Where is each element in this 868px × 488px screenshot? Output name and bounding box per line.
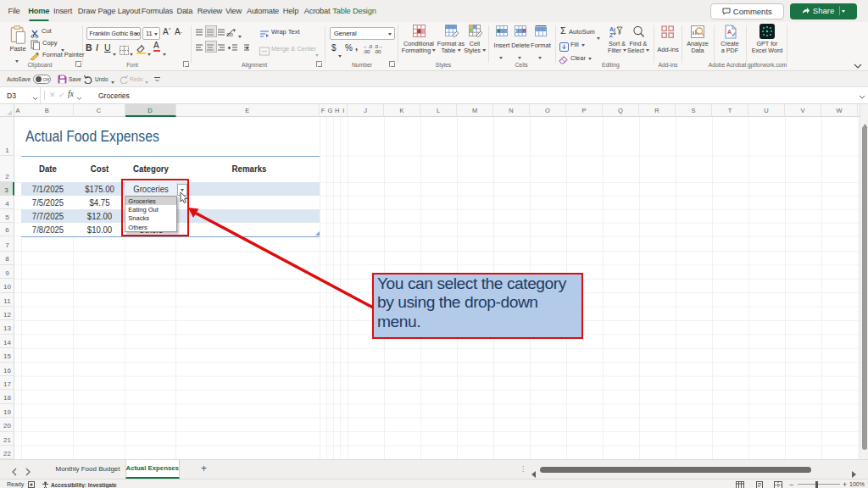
svg-text:A: A: [609, 26, 614, 32]
svg-text:A: A: [727, 29, 732, 35]
svg-text:ab: ab: [226, 31, 233, 37]
svg-text:Z: Z: [609, 32, 613, 38]
